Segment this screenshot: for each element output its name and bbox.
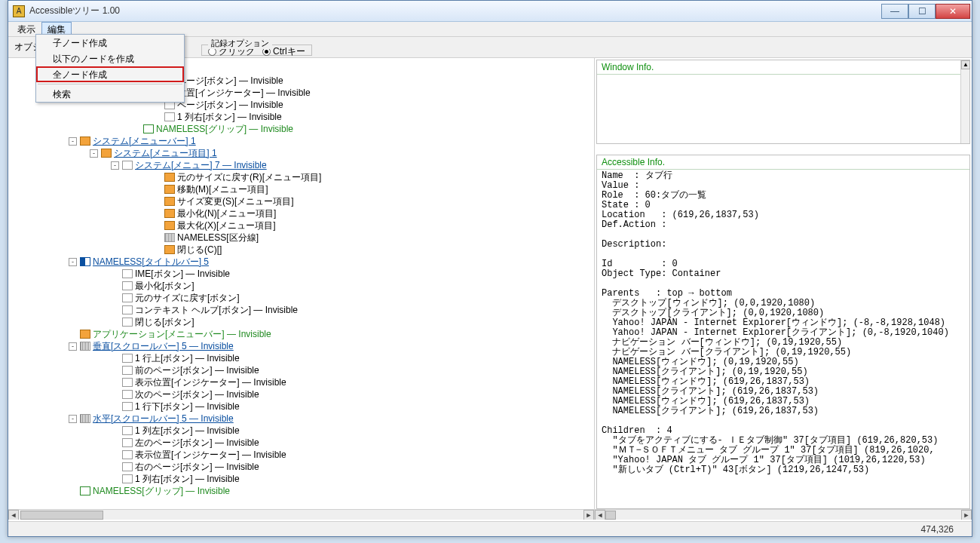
statusbar: 474,326 — [8, 521, 972, 536]
window-buttons: — ☐ ✕ — [881, 4, 970, 19]
tree-node-label: 最小化[ボタン] — [135, 280, 194, 292]
menu-create-all[interactable]: 全ノード作成 — [36, 66, 184, 82]
app-window: A Accessibleツリー 1.00 — ☐ ✕ 表示 編集 オブジ 記録オ… — [8, 0, 972, 537]
node-type-icon — [164, 221, 175, 230]
tree-row[interactable]: サイズ変更(S)[メニュー項目] — [16, 195, 594, 207]
expander-icon[interactable]: - — [69, 415, 77, 423]
node-type-icon — [122, 378, 133, 387]
scroll-track[interactable] — [19, 510, 583, 520]
tree-row[interactable]: 閉じる[ボタン] — [16, 316, 594, 328]
node-type-icon — [80, 486, 90, 495]
tree-row[interactable]: NAMELESS[グリップ] — Invisible — [16, 123, 594, 135]
tree-row[interactable]: IME[ボタン] — Invisible — [16, 268, 594, 280]
tree-node-label: 1 列右[ボタン] — Invisible — [177, 111, 282, 123]
scroll-left-icon[interactable]: ◄ — [8, 510, 19, 520]
tree-row[interactable]: 1 列左[ボタン] — Invisible — [16, 425, 594, 437]
tree-row[interactable]: -システム[メニュー] 7 — Invisible — [16, 159, 594, 171]
node-type-icon — [122, 269, 133, 278]
node-type-icon — [80, 137, 90, 146]
tree-row[interactable]: 右のページ[ボタン] — Invisible — [16, 461, 594, 473]
close-button[interactable]: ✕ — [936, 4, 970, 19]
tree-node-label: システム[メニューバー] 1 — [93, 135, 196, 147]
scroll-left-icon[interactable]: ◄ — [595, 510, 605, 520]
info-hscrollbar[interactable]: ◄ ► — [595, 509, 972, 520]
tree-hscrollbar[interactable]: ◄ ► — [8, 509, 594, 520]
expander-icon[interactable]: - — [69, 137, 77, 146]
node-type-icon — [164, 173, 175, 182]
window-info-box: Window Info. ▲ — [596, 60, 970, 144]
tree-row[interactable]: 次のページ[ボタン] — Invisible — [16, 388, 594, 400]
tree-node-label: システム[メニュー] 7 — Invisible — [135, 159, 267, 171]
scroll-thumb[interactable] — [605, 511, 616, 520]
tree-row[interactable]: 表示位置[インジケーター] — Invisible — [16, 376, 594, 388]
tree-node-label: サイズ変更(S)[メニュー項目] — [177, 195, 294, 207]
expander-icon[interactable]: - — [69, 342, 77, 351]
accessibility-tree[interactable]: ページ[ボタン] — Invisible位置[インジケーター] — Invisi… — [16, 75, 594, 509]
tree-pane: ページ[ボタン] — Invisible位置[インジケーター] — Invisi… — [8, 58, 595, 520]
menu-create-child[interactable]: 子ノード作成 — [36, 35, 184, 51]
winfo-vscrollbar[interactable]: ▲ — [960, 60, 969, 143]
tree-node-label: 1 行上[ボタン] — Invisible — [135, 352, 240, 364]
accessible-info-header: Accessible Info. — [597, 155, 969, 170]
node-type-icon — [122, 474, 133, 483]
tree-row[interactable]: -水平[スクロールバー] 5 — Invisible — [16, 413, 594, 425]
tree-row[interactable]: 最小化(N)[メニュー項目] — [16, 207, 594, 219]
status-coords: 474,326 — [921, 524, 954, 535]
content-area: ページ[ボタン] — Invisible位置[インジケーター] — Invisi… — [8, 58, 972, 520]
scroll-right-icon[interactable]: ► — [961, 510, 972, 520]
tree-row[interactable]: -垂直[スクロールバー] 5 — Invisible — [16, 340, 594, 352]
tree-row[interactable]: 最大化(X)[メニュー項目] — [16, 219, 594, 232]
menu-search[interactable]: 検索 — [36, 86, 184, 102]
menu-separator — [38, 84, 182, 84]
titlebar: A Accessibleツリー 1.00 — ☐ ✕ — [8, 1, 972, 22]
node-type-icon — [122, 305, 133, 314]
tree-node-label: 次のページ[ボタン] — Invisible — [135, 388, 259, 400]
tree-row[interactable]: -システム[メニューバー] 1 — [16, 135, 594, 147]
tree-row[interactable]: 1 列右[ボタン] — Invisible — [16, 111, 594, 123]
tree-node-label: 表示位置[インジケーター] — Invisible — [135, 449, 286, 461]
node-type-icon — [122, 293, 133, 302]
tree-node-label: 最大化(X)[メニュー項目] — [177, 219, 276, 232]
node-type-icon — [122, 438, 133, 447]
tree-row[interactable]: 1 行上[ボタン] — Invisible — [16, 352, 594, 364]
tree-row[interactable]: アプリケーション[メニューバー] — Invisible — [16, 328, 594, 340]
tree-row[interactable]: 元のサイズに戻す[ボタン] — [16, 292, 594, 304]
scroll-track[interactable] — [605, 510, 961, 520]
tree-node-label: 移動(M)[メニュー項目] — [177, 183, 268, 195]
scroll-thumb[interactable] — [20, 511, 103, 520]
expander-icon[interactable]: - — [69, 258, 77, 266]
tree-row[interactable]: 1 行下[ボタン] — Invisible — [16, 400, 594, 413]
accessible-info-text: Name : タブ行 Value : Role : 60:タブの一覧 State… — [597, 170, 969, 477]
minimize-button[interactable]: — — [881, 4, 908, 19]
menu-create-below[interactable]: 以下のノードを作成 — [36, 51, 184, 66]
tree-row[interactable]: 最小化[ボタン] — [16, 280, 594, 292]
tree-node-label: 表示位置[インジケーター] — Invisible — [135, 376, 286, 388]
record-option-legend: 記録オプション — [208, 38, 272, 49]
tree-row[interactable]: 1 列右[ボタン] — Invisible — [16, 473, 594, 485]
expander-icon[interactable]: - — [111, 161, 119, 170]
scroll-up-icon[interactable]: ▲ — [961, 60, 970, 69]
tree-row[interactable]: コンテキスト ヘルプ[ボタン] — Invisible — [16, 304, 594, 316]
node-type-icon — [122, 450, 133, 459]
accessible-info-box: Accessible Info. Name : タブ行 Value : Role… — [596, 155, 970, 509]
maximize-button[interactable]: ☐ — [908, 4, 936, 19]
tree-row[interactable]: 前のページ[ボタン] — Invisible — [16, 364, 594, 376]
tree-node-label: 閉じる[ボタン] — [135, 316, 194, 328]
tree-row[interactable]: 左のページ[ボタン] — Invisible — [16, 437, 594, 449]
scroll-right-icon[interactable]: ► — [583, 510, 594, 520]
tree-row[interactable]: -システム[メニュー項目] 1 — [16, 147, 594, 159]
tree-node-label: 1 列右[ボタン] — Invisible — [135, 473, 240, 485]
tree-row[interactable]: NAMELESS[区分線] — [16, 232, 594, 244]
tree-row[interactable]: 表示位置[インジケーター] — Invisible — [16, 449, 594, 461]
node-type-icon — [122, 426, 133, 435]
tree-row[interactable]: NAMELESS[グリップ] — Invisible — [16, 485, 594, 497]
node-type-icon — [164, 185, 175, 194]
tree-node-label: 最小化(N)[メニュー項目] — [177, 207, 276, 219]
node-type-icon — [122, 390, 133, 399]
tree-node-label: NAMELESS[タイトルバー] 5 — [93, 256, 209, 268]
tree-row[interactable]: -NAMELESS[タイトルバー] 5 — [16, 256, 594, 268]
expander-icon[interactable]: - — [90, 149, 98, 158]
tree-row[interactable]: 元のサイズに戻す(R)[メニュー項目] — [16, 171, 594, 183]
tree-row[interactable]: 閉じる(C)[] — [16, 244, 594, 256]
tree-row[interactable]: 移動(M)[メニュー項目] — [16, 183, 594, 195]
